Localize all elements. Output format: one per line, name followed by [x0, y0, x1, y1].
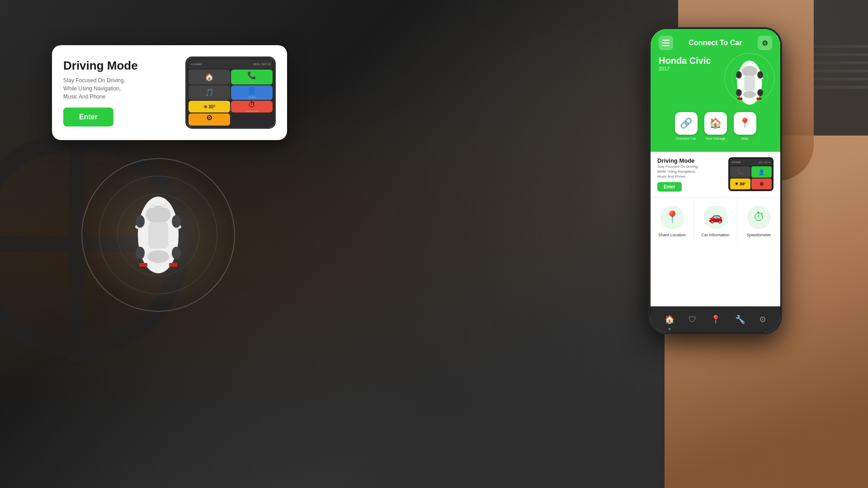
svg-point-13 — [172, 247, 181, 259]
bottom-navigation: 🏠 🛡 📍 🔧 ⚙ — [651, 306, 780, 333]
mini-music-btn[interactable]: 🎵 — [189, 85, 230, 100]
menu-button[interactable] — [659, 36, 673, 50]
nav-location-icon: 📍 — [711, 314, 721, 324]
connect-car-label: Connect Car — [676, 136, 696, 141]
car-information-label: Car Information — [701, 233, 729, 237]
mini-settings-icon-2: ⚙ — [760, 181, 764, 187]
phone-content: Connect To Car ⚙ Honda Civic 2017 — [651, 29, 780, 333]
mini-screen-time: 10:43AM — [731, 161, 741, 164]
phone-driving-title: Driving Mode — [657, 157, 724, 164]
phone-body: Driving Mode Stay Focused On Driving, Wh… — [651, 152, 780, 306]
mini-contact-icon-cell: 👤 — [751, 166, 772, 178]
mini-contact-label: Contact — [248, 96, 255, 99]
nav-home[interactable]: 🏠 — [661, 313, 678, 326]
mini-status-bar: 10:43AM MON, SEP 28 — [189, 60, 273, 69]
svg-point-26 — [757, 89, 763, 96]
mini-call-btn[interactable]: 📞 Call — [231, 70, 273, 84]
mini-call-label: Call — [250, 80, 254, 83]
mini-weather-text: ☀ 30° — [203, 104, 216, 109]
mini-contact-btn[interactable]: 👤 Contact — [231, 85, 273, 100]
settings-button[interactable]: ⚙ — [758, 36, 772, 50]
mini-settings-icon: ⚙ — [206, 113, 212, 122]
svg-point-23 — [736, 71, 742, 79]
svg-rect-27 — [737, 98, 742, 100]
phone-driving-mode-card: Driving Mode Stay Focused On Driving, Wh… — [651, 152, 780, 197]
car-information-feature[interactable]: 🚗 Car Information — [694, 197, 737, 243]
mini-contact-icon: 👤 — [247, 86, 256, 95]
nav-shield-icon: 🛡 — [689, 315, 697, 324]
car-info-section: Honda Civic 2017 — [659, 56, 772, 105]
mini-settings-btn[interactable]: ⚙ Settings — [189, 113, 230, 126]
mini-screen-date: MON, SEP 28 — [759, 161, 770, 164]
nav-home-icon: 🏠 — [665, 314, 675, 324]
enter-button[interactable]: Enter — [63, 108, 113, 127]
svg-point-1 — [146, 206, 171, 224]
your-garage-label: Your Garage — [705, 136, 726, 141]
mini-call-icon: 📞 — [247, 71, 256, 80]
mini-call-icon-cell: 📞 — [730, 166, 750, 178]
mini-phone-display: 10:43AM MON, SEP 28 🏠 📞 Call 🎵 👤 Contact… — [185, 56, 276, 129]
mini-time: 10:43AM — [191, 63, 202, 66]
mini-weather-cell: ☀ 30° — [730, 178, 750, 190]
your-garage-icon: 🏠 — [704, 112, 727, 135]
nav-settings[interactable]: ⚙ — [755, 313, 770, 326]
car-header-svg — [731, 58, 768, 108]
nav-tools[interactable]: 🔧 — [731, 313, 749, 326]
share-location-label: Share Location — [658, 233, 686, 237]
mini-weather: ☀ 30° — [189, 101, 230, 113]
share-location-feature[interactable]: 📍 Share Location — [651, 197, 693, 243]
your-garage-action[interactable]: 🏠 Your Garage — [704, 112, 727, 141]
speedometer-icon: ⏱ — [747, 206, 771, 229]
svg-point-12 — [136, 247, 145, 259]
mini-call-icon-2: 📞 — [737, 169, 744, 175]
map-action[interactable]: 📍 Map — [734, 112, 756, 141]
map-label: Map — [741, 136, 749, 141]
car-header-icon — [727, 56, 772, 105]
svg-point-19 — [743, 91, 756, 98]
mini-home-btn[interactable]: 🏠 — [189, 70, 230, 84]
speedometer-label: Speedometer — [746, 233, 771, 237]
svg-rect-20 — [744, 75, 755, 90]
driving-mode-text-section: Driving Mode Stay Focused On Driving, Wh… — [63, 59, 176, 127]
svg-point-18 — [742, 66, 758, 77]
nav-settings-icon: ⚙ — [759, 314, 766, 324]
mini-screen-status: 10:43AM MON, SEP 28 — [730, 159, 772, 165]
svg-point-24 — [757, 71, 763, 79]
svg-point-10 — [136, 215, 145, 228]
mini-screen-grid: 10:43AM MON, SEP 28 📞 👤 ☀ 30° ⚙ — [728, 157, 774, 191]
share-location-icon: 📍 — [660, 206, 684, 229]
phone-driving-mini-display: 10:43AM MON, SEP 28 📞 👤 ☀ 30° ⚙ — [728, 157, 774, 191]
mini-contact-icon-2: 👤 — [758, 169, 765, 175]
nav-location[interactable]: 📍 — [707, 313, 724, 326]
connect-car-action[interactable]: 🔗 Connect Car — [675, 112, 698, 141]
car-make-model: Honda Civic — [659, 56, 711, 66]
svg-rect-5 — [162, 204, 167, 208]
car-name-section: Honda Civic 2017 — [659, 56, 711, 71]
svg-point-2 — [147, 250, 169, 263]
settings-icon: ⚙ — [762, 39, 768, 47]
quick-actions-bar: 🔗 Connect Car 🏠 Your Garage 📍 Map — [659, 105, 772, 143]
nav-tools-icon: 🔧 — [735, 314, 745, 324]
mini-phone-screen: 10:43AM MON, SEP 28 🏠 📞 Call 🎵 👤 Contact… — [187, 58, 274, 127]
speedometer-feature[interactable]: ⏱ Speedometer — [737, 197, 780, 243]
driving-mode-description: Stay Focused On Driving, While Using Nav… — [63, 76, 176, 101]
svg-point-11 — [172, 215, 181, 228]
svg-rect-4 — [149, 204, 155, 208]
connect-car-icon: 🔗 — [675, 112, 698, 135]
svg-rect-6 — [139, 263, 147, 267]
svg-rect-28 — [757, 98, 762, 100]
menu-line-1 — [662, 40, 670, 41]
mini-home-icon: 🏠 — [205, 73, 214, 81]
menu-line-3 — [662, 45, 670, 46]
car-radar-section — [72, 149, 244, 321]
phone-enter-button[interactable]: Enter — [657, 182, 682, 192]
svg-rect-3 — [148, 222, 168, 249]
mini-weather-temp: ☀ 30° — [735, 182, 745, 186]
mini-speedo-label: Speedometer — [245, 110, 259, 113]
mini-speedometer-btn[interactable]: ⏱ Speedometer — [231, 101, 273, 113]
svg-rect-7 — [169, 263, 177, 267]
phone-screen: Connect To Car ⚙ Honda Civic 2017 — [651, 29, 780, 333]
nav-shield[interactable]: 🛡 — [685, 313, 700, 326]
phone-app-title: Connect To Car — [689, 39, 742, 47]
map-icon: 📍 — [734, 112, 756, 135]
